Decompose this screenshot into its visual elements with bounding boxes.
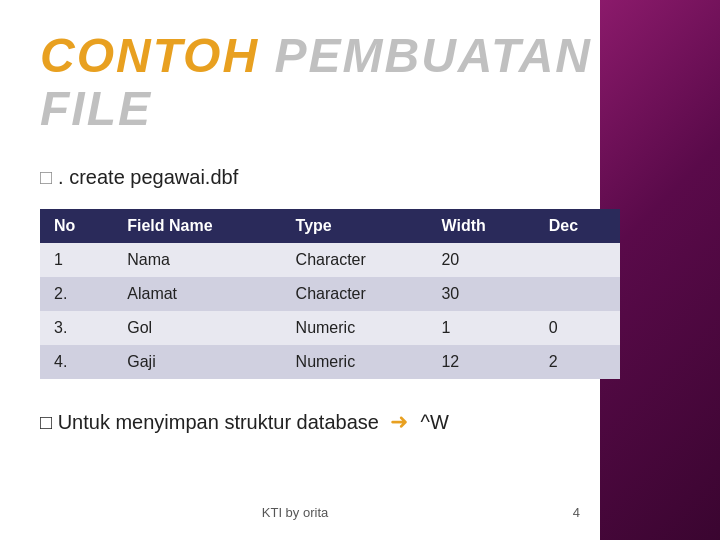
table-row: 2.AlamatCharacter30 xyxy=(40,277,620,311)
page-title: CONTOH PEMBUATAN FILE xyxy=(40,30,680,136)
table-row: 3.GolNumeric10 xyxy=(40,311,620,345)
col-header-dec: Dec xyxy=(535,209,620,243)
cell-no: 2. xyxy=(40,277,113,311)
footer-note: □ Untuk menyimpan struktur database ➜ ^W xyxy=(40,409,680,435)
cell-field_name: Alamat xyxy=(113,277,281,311)
cell-dec: 0 xyxy=(535,311,620,345)
cell-no: 1 xyxy=(40,243,113,277)
table-row: 4.GajiNumeric122 xyxy=(40,345,620,379)
data-table: No Field Name Type Width Dec 1NamaCharac… xyxy=(40,209,620,379)
cell-field_name: Gaji xyxy=(113,345,281,379)
main-content: CONTOH PEMBUATAN FILE □. create pegawai.… xyxy=(0,0,720,495)
table-header-row: No Field Name Type Width Dec xyxy=(40,209,620,243)
title-contoh: CONTOH xyxy=(40,29,274,82)
footer-text-after: ^W xyxy=(421,411,449,433)
cell-dec xyxy=(535,243,620,277)
col-header-type: Type xyxy=(282,209,428,243)
cell-type: Numeric xyxy=(282,345,428,379)
cell-type: Character xyxy=(282,277,428,311)
cell-width: 12 xyxy=(427,345,534,379)
col-header-fieldname: Field Name xyxy=(113,209,281,243)
cell-width: 30 xyxy=(427,277,534,311)
cell-type: Character xyxy=(282,243,428,277)
cell-no: 3. xyxy=(40,311,113,345)
cell-no: 4. xyxy=(40,345,113,379)
cell-dec xyxy=(535,277,620,311)
footer-bullet: □ xyxy=(40,411,58,433)
subtitle: □. create pegawai.dbf xyxy=(40,166,680,189)
footer-text-before: Untuk menyimpan struktur database xyxy=(58,411,379,433)
cell-dec: 2 xyxy=(535,345,620,379)
col-header-width: Width xyxy=(427,209,534,243)
page-footer: KTI by orita xyxy=(0,505,590,520)
col-header-no: No xyxy=(40,209,113,243)
cell-width: 1 xyxy=(427,311,534,345)
cell-width: 20 xyxy=(427,243,534,277)
cell-field_name: Gol xyxy=(113,311,281,345)
table-row: 1NamaCharacter20 xyxy=(40,243,620,277)
page-number: 4 xyxy=(573,505,580,520)
cell-type: Numeric xyxy=(282,311,428,345)
cell-field_name: Nama xyxy=(113,243,281,277)
credit-text: KTI by orita xyxy=(262,505,328,520)
subtitle-text: . create pegawai.dbf xyxy=(58,166,238,188)
footer-arrow: ➜ xyxy=(390,409,414,434)
subtitle-bullet: □ xyxy=(40,166,52,188)
